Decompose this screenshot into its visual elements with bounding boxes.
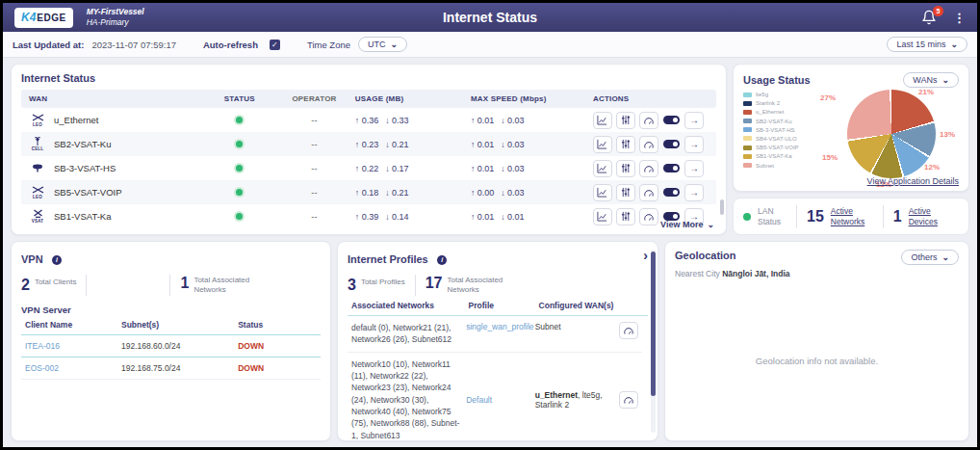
lan-status-dot bbox=[743, 213, 751, 221]
upload-arrow-icon: ↑ bbox=[355, 164, 359, 173]
status-up-dot bbox=[236, 117, 243, 123]
vpn-table-header: Client Name Subnet(s) Status bbox=[21, 315, 321, 334]
wan-enable-toggle[interactable] bbox=[663, 164, 680, 172]
pie-chart bbox=[847, 90, 936, 178]
profile-row: default (0), Network21 (21), Network26 (… bbox=[348, 316, 642, 353]
brand-logo[interactable]: K4 EDGE bbox=[14, 8, 73, 28]
leo-satellite-icon: LEO bbox=[29, 186, 46, 199]
download-arrow-icon: ↓ bbox=[501, 164, 504, 173]
pie-label: 12% bbox=[924, 163, 940, 172]
info-icon[interactable]: i bbox=[52, 255, 62, 265]
usage-chart-button[interactable] bbox=[593, 208, 612, 225]
operator-value: -- bbox=[273, 163, 355, 173]
speed-test-button[interactable] bbox=[639, 184, 658, 201]
last-updated-label: Last Updated at: bbox=[13, 40, 84, 50]
wan-details-button[interactable]: → bbox=[684, 136, 704, 153]
scrollbar-thumb[interactable] bbox=[651, 251, 656, 396]
geolocation-panel: Geolocation Others ⌄ Nearest City Nānglo… bbox=[664, 241, 969, 441]
profile-link[interactable]: Default bbox=[466, 395, 535, 405]
speed-test-button[interactable] bbox=[639, 136, 658, 153]
wan-name: SB-3-VSAT-HS bbox=[54, 163, 116, 173]
active-devices-link[interactable]: Active Devices bbox=[909, 206, 951, 226]
configure-button[interactable] bbox=[616, 184, 635, 201]
download-arrow-icon: ↓ bbox=[501, 116, 504, 125]
upload-arrow-icon: ↑ bbox=[355, 212, 359, 222]
download-arrow-icon: ↓ bbox=[501, 140, 504, 149]
wan-details-button[interactable]: → bbox=[684, 184, 704, 201]
view-more-link[interactable]: View More ⌄ bbox=[660, 220, 714, 229]
expand-panel-button[interactable]: › bbox=[643, 248, 648, 263]
geolocation-filter-value: Others bbox=[911, 252, 937, 262]
profile-speed-button[interactable] bbox=[619, 322, 638, 339]
active-networks-link[interactable]: Active Networks bbox=[831, 206, 873, 226]
col-operator: OPERATOR bbox=[273, 94, 355, 103]
usage-chart-button[interactable] bbox=[593, 136, 612, 153]
time-zone-select[interactable]: UTC ⌄ bbox=[358, 37, 407, 52]
vpn-assoc-count: 1 bbox=[180, 276, 189, 291]
download-arrow-icon: ↓ bbox=[385, 188, 389, 198]
wan-table-header: WAN STATUS OPERATOR USAGE (MB) MAX SPEED… bbox=[21, 90, 716, 108]
configure-button[interactable] bbox=[616, 208, 635, 225]
auto-refresh-checkbox[interactable]: ✓ bbox=[270, 40, 280, 50]
configure-button[interactable] bbox=[616, 160, 635, 177]
vessel-mode: HA-Primary bbox=[87, 17, 144, 28]
speed-test-button[interactable] bbox=[639, 208, 658, 225]
wan-details-button[interactable]: → bbox=[684, 160, 704, 177]
configure-button[interactable] bbox=[616, 112, 635, 129]
usage-chart-button[interactable] bbox=[593, 112, 612, 129]
profile-row: Network10 (10), Network11 (11), Network2… bbox=[348, 353, 642, 439]
vpn-client-link[interactable]: ITEA-016 bbox=[25, 341, 121, 351]
wan-enable-toggle[interactable] bbox=[663, 140, 680, 148]
view-application-details-link[interactable]: View Application Details bbox=[867, 176, 959, 186]
usage-filter-select[interactable]: WANs ⌄ bbox=[903, 72, 959, 88]
usage-pie-chart: 21% 13% 12% 12% 15% 27% bbox=[847, 90, 936, 178]
upload-arrow-icon: ↑ bbox=[471, 188, 475, 198]
wan-enable-toggle[interactable] bbox=[663, 116, 680, 124]
wan-enable-toggle[interactable] bbox=[663, 188, 680, 197]
time-range-value: Last 15 mins bbox=[896, 40, 945, 49]
chevron-down-icon: ⌄ bbox=[941, 255, 949, 259]
vpn-status: DOWN bbox=[238, 341, 317, 351]
internet-profiles-panel: Internet Profiles i › 3 Total Profiles 1… bbox=[337, 241, 658, 441]
vessel-info: MY-FirstVessel HA-Primary bbox=[87, 7, 144, 27]
usage-chart-button[interactable] bbox=[593, 160, 612, 177]
profiles-table-header: Associated Networks Profile Configured W… bbox=[348, 296, 648, 316]
arrow-right-icon: → bbox=[689, 139, 699, 149]
gauge-icon bbox=[643, 212, 655, 222]
speed-test-button[interactable] bbox=[639, 112, 658, 129]
vpn-clients-count: 2 bbox=[21, 278, 30, 293]
profile-link[interactable]: single_wan_profile bbox=[466, 322, 535, 331]
vpn-title: VPN bbox=[21, 253, 43, 265]
pie-label: 15% bbox=[822, 153, 838, 162]
configure-button[interactable] bbox=[616, 136, 635, 153]
last-updated-value: 2023-11-07 07:59:17 bbox=[91, 40, 176, 50]
max-speed-cell: ↑ 0.00↓ 0.03 bbox=[471, 188, 593, 198]
profile-speed-button[interactable] bbox=[619, 391, 638, 409]
operator-value: -- bbox=[273, 211, 355, 222]
sliders-icon bbox=[621, 115, 631, 125]
leo-satellite-icon: LEO bbox=[29, 114, 46, 127]
download-arrow-icon: ↓ bbox=[501, 212, 504, 222]
vpn-status: DOWN bbox=[238, 363, 317, 373]
overflow-menu-button[interactable]: ⋮ bbox=[953, 11, 966, 25]
geolocation-filter-select[interactable]: Others ⌄ bbox=[901, 250, 959, 265]
vpn-subnet: 192.168.60.0/24 bbox=[121, 341, 238, 351]
speed-test-button[interactable] bbox=[639, 160, 658, 177]
table-scrollbar[interactable] bbox=[720, 199, 724, 215]
vpn-client-link[interactable]: EOS-002 bbox=[25, 363, 121, 373]
wan-details-button[interactable]: → bbox=[684, 112, 704, 129]
gauge-icon bbox=[623, 326, 634, 335]
max-speed-cell: ↑ 0.01↓ 0.03 bbox=[471, 164, 593, 173]
col-actions: ACTIONS bbox=[593, 94, 709, 103]
notifications-button[interactable]: 5 bbox=[921, 10, 938, 26]
time-range-select[interactable]: Last 15 mins ⌄ bbox=[887, 37, 967, 52]
usage-chart-button[interactable] bbox=[593, 184, 612, 201]
gauge-icon bbox=[623, 395, 634, 405]
time-zone-label: Time Zone bbox=[307, 40, 350, 50]
usage-cell: ↑ 0.36↓ 0.33 bbox=[355, 116, 471, 125]
profiles-assoc-count: 17 bbox=[426, 276, 443, 291]
page-title: Internet Status bbox=[3, 10, 977, 25]
upload-arrow-icon: ↑ bbox=[355, 116, 359, 125]
chart-icon bbox=[597, 139, 607, 149]
info-icon[interactable]: i bbox=[437, 255, 447, 265]
